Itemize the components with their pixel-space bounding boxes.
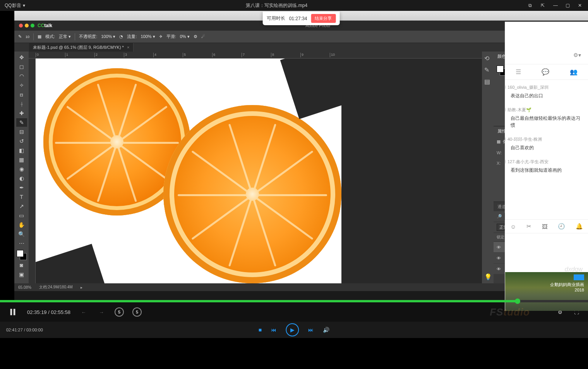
panel-dock-strip: ⟲ ✎ ▤ 💡 xyxy=(482,52,494,283)
svg-rect-0 xyxy=(10,309,12,316)
chat-text: 自己最自然做轻松最快乐的表达习惯 xyxy=(511,115,583,129)
visibility-icon[interactable]: 👁 xyxy=(497,245,502,250)
swatches-panel-icon[interactable]: ▤ xyxy=(484,78,491,85)
minimize-icon[interactable]: — xyxy=(553,3,559,8)
mini-play-button[interactable]: ▶ xyxy=(286,323,299,336)
tab-close-icon[interactable]: × xyxy=(127,45,129,50)
eraser-tool[interactable]: ◧ xyxy=(16,146,27,155)
smooth-value[interactable]: 0% ▾ xyxy=(180,34,190,39)
progress-thumb[interactable] xyxy=(515,298,520,304)
brush-size[interactable]: 10 xyxy=(26,35,29,39)
player-titlebar: QQ影音 ▾ 第八课：写实绘画的训练.mp4 ⧉ ⇱ — ▢ ✕ xyxy=(0,0,588,11)
mini-next-button[interactable]: ⏭ xyxy=(308,327,314,333)
brush-preset-icon[interactable]: ▦ xyxy=(38,34,41,39)
brush-icon[interactable]: ✎ xyxy=(18,34,22,39)
share-toast: 可用时长 01:27:34 结束分享 xyxy=(263,12,340,25)
hand-tool[interactable]: ✋ xyxy=(16,221,27,229)
share-time: 01:27:34 xyxy=(289,16,307,21)
hint-icon[interactable]: 💡 xyxy=(484,273,491,280)
zoom-level[interactable]: 65.08% xyxy=(18,285,31,290)
brushes-panel-icon[interactable]: ✎ xyxy=(484,66,491,73)
document-tab[interactable]: 未标题-1.psd @ 65.1% (图层 9, RGB/8/CMYK) * × xyxy=(29,43,134,52)
chat-video-thumbnail[interactable]: 企鹅妈妈商业插画 2018 xyxy=(505,272,588,311)
zoom-tool[interactable]: 🔍 xyxy=(16,230,27,238)
wand-tool[interactable]: ✧ xyxy=(16,81,27,90)
blur-tool[interactable]: ◉ xyxy=(16,165,27,173)
tools-panel: ✥ ◻ ◠ ✧ ⧈ ⟊ ✚ ✎ ⊟ ↺ ◧ ▦ ◉ ◐ ✒ T ↗ xyxy=(14,52,29,283)
ruler-horizontal: 012345678910 xyxy=(29,52,482,59)
forward-5-button[interactable]: 5 xyxy=(132,307,142,317)
video-title: 第八课：写实绘画的训练.mp4 xyxy=(25,2,528,9)
close-icon[interactable]: ✕ xyxy=(578,3,583,8)
avatar xyxy=(505,136,506,143)
history-brush-tool[interactable]: ↺ xyxy=(16,137,27,145)
mode-dropdown[interactable]: 正常 ▾ xyxy=(59,34,71,40)
quickmask-tool[interactable]: ◙ xyxy=(16,261,27,269)
history-icon[interactable]: 🕘 xyxy=(558,223,565,230)
mini-volume-button[interactable]: 🔊 xyxy=(323,327,329,333)
pip-icon[interactable]: ⧉ xyxy=(528,3,534,8)
visibility-icon[interactable]: 👁 xyxy=(497,267,502,271)
visibility-icon[interactable]: 👁 xyxy=(497,256,502,260)
stamp-tool[interactable]: ⊟ xyxy=(16,128,27,136)
chat-tab-list-icon[interactable]: ☰ xyxy=(516,68,521,76)
rewind-5-button[interactable]: 5 xyxy=(115,307,124,317)
shape-tool[interactable]: ▭ xyxy=(16,211,27,220)
symmetry-icon[interactable]: ☄ xyxy=(201,34,205,39)
edit-toolbar[interactable]: ⋯ xyxy=(16,239,27,248)
share-label: 可用时长 xyxy=(267,15,285,22)
ruler-tick: 7 xyxy=(242,53,245,57)
prev-button[interactable]: ← xyxy=(79,307,88,317)
player-controls: 02:35:19 / 02:55:58 ← → 5 5 FStudio ⚙ ⛶ xyxy=(0,302,588,322)
canvas-area[interactable]: 012345678910 xyxy=(29,52,482,283)
cctalk-logo: CCtalk xyxy=(38,23,52,28)
chat-sidebar: ⚙▾ ☰ 💬 👥 160_olivia_摄影_深圳表达自己的出口助教-木夏🌱自己… xyxy=(505,22,588,311)
chat-text: 看到这张图就知道谁画的 xyxy=(511,167,583,174)
ruler-tick: 3 xyxy=(124,53,127,57)
move-tool[interactable]: ✥ xyxy=(16,53,27,62)
bell-icon[interactable]: 🔔 xyxy=(576,223,583,230)
marquee-tool[interactable]: ◻ xyxy=(16,62,27,71)
history-panel-icon[interactable]: ⟲ xyxy=(484,55,491,62)
chat-settings-icon[interactable]: ⚙▾ xyxy=(573,52,581,58)
document-tabs: 未标题-1.psd @ 65.1% (图层 9, RGB/8/CMYK) * × xyxy=(14,43,588,52)
lasso-tool[interactable]: ◠ xyxy=(16,72,27,80)
lock-label: 锁定: xyxy=(497,235,506,240)
mini-prev-button[interactable]: ⏮ xyxy=(271,327,276,333)
dodge-tool[interactable]: ◐ xyxy=(16,174,27,183)
app-name[interactable]: QQ影音 ▾ xyxy=(5,2,25,9)
pen-tool[interactable]: ✒ xyxy=(16,183,27,192)
ruler-vertical xyxy=(29,59,36,283)
progress-bar[interactable] xyxy=(0,300,588,302)
airbrush-icon[interactable]: ✈ xyxy=(159,34,163,39)
mini-stop-button[interactable]: ■ xyxy=(259,327,262,333)
end-share-button[interactable]: 结束分享 xyxy=(311,14,336,23)
path-tool[interactable]: ↗ xyxy=(16,202,27,210)
image-icon[interactable]: 🖼 xyxy=(542,223,548,230)
type-tool[interactable]: T xyxy=(16,193,27,201)
ruler-tick: 5 xyxy=(183,53,186,57)
color-swap[interactable] xyxy=(16,248,27,260)
chat-tab-chat-icon[interactable]: 💬 xyxy=(542,68,549,76)
healing-tool[interactable]: ✚ xyxy=(16,109,27,117)
crop-tool[interactable]: ⧈ xyxy=(16,90,27,99)
gear-icon[interactable]: ⚙ xyxy=(194,34,197,39)
next-button[interactable]: → xyxy=(97,307,106,317)
brush-tool[interactable]: ✎ xyxy=(16,118,27,127)
chat-tab-members-icon[interactable]: 👥 xyxy=(570,68,578,76)
maximize-icon[interactable]: ▢ xyxy=(566,3,571,8)
scissors-icon[interactable]: ✂ xyxy=(526,223,531,230)
flow-value[interactable]: 100% ▾ xyxy=(141,34,155,39)
eyedropper-tool[interactable]: ⟊ xyxy=(16,100,27,108)
x-label: X: xyxy=(497,161,503,166)
emoji-icon[interactable]: ☺ xyxy=(510,223,516,230)
screenmode-tool[interactable]: ▣ xyxy=(16,270,27,279)
status-arrow-icon[interactable]: ▸ xyxy=(81,285,82,290)
filter-search-icon[interactable]: 🔎 xyxy=(497,214,502,219)
chat-username: 127-鑫小尤-学生-西安 xyxy=(507,159,549,165)
pin-icon[interactable]: ⇱ xyxy=(541,3,546,8)
opacity-value[interactable]: 100% ▾ xyxy=(101,34,115,39)
pressure-opacity-icon[interactable]: ◔ xyxy=(119,34,123,39)
pause-button[interactable] xyxy=(7,306,19,318)
gradient-tool[interactable]: ▦ xyxy=(16,155,27,164)
